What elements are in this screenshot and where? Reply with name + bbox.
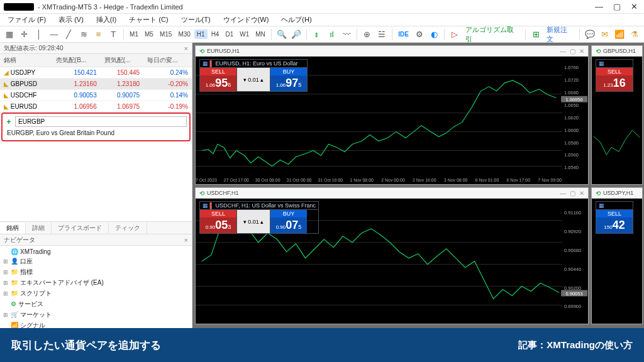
play-icon[interactable]: ▷ [448,28,462,41]
svg-text:0.91160: 0.91160 [564,210,581,216]
tf-h1[interactable]: H1 [194,30,208,39]
nav-accounts[interactable]: ⊞👤口座 [3,256,189,266]
objects-icon[interactable]: ☱ [375,28,389,41]
nav-signals[interactable]: 📶シグナル [3,320,189,328]
buy-button[interactable]: BUY 1.06975 [270,68,307,91]
mql5-icon[interactable]: ◐ [428,28,441,41]
mw-row-usdchf[interactable]: ◣ USDCHF0.900530.900750.14% [0,90,192,101]
nav-indicators[interactable]: ⊞📁指標 [3,266,189,277]
mail-icon[interactable]: ✉ [598,28,612,41]
tool-vline-icon[interactable]: │ [32,28,46,41]
signal-icon[interactable]: 📶 [613,28,627,41]
nav-scripts[interactable]: ⊞📁スクリプト [3,288,189,299]
tf-m5[interactable]: M5 [142,30,156,39]
mw-row-usdjpy[interactable]: ◢ USDJPY150.421150.4450.24% [0,67,192,79]
mw-col-ask[interactable]: 買気配(... [101,54,143,67]
mw-tab-tick[interactable]: ティック [109,222,147,234]
svg-text:1.0540: 1.0540 [564,165,579,170]
menu-file[interactable]: ファイル (F) [3,14,51,26]
settings-icon[interactable]: ⚗ [628,28,641,41]
sell-button[interactable]: SELL0.90053 [200,210,236,233]
menu-chart[interactable]: チャート (C) [124,14,173,26]
minimize-icon[interactable]: — [595,2,603,11]
volume-input[interactable]: ▾0.01▴ [236,68,270,91]
market-watch-title: 気配値表示: 09:28:40 [4,44,63,53]
chart-close-icon[interactable]: ✕ [579,48,584,55]
buy-button[interactable]: BUY0.90075 [270,210,307,233]
tool-fibo-icon[interactable]: ≡ [92,28,106,41]
mw-row-gbpusd[interactable]: ◣ GBPUSD1.231601.23180-0.20% [0,79,192,90]
svg-text:2 Nov 00:00: 2 Nov 00:00 [381,178,405,182]
mw-col-bid[interactable]: 売気配(B... [52,54,101,67]
svg-text:1.0650: 1.0650 [564,102,579,108]
tool-grid-icon[interactable]: ▦ [3,28,16,41]
mw-tab-detail[interactable]: 詳細 [26,222,52,234]
new-order-icon[interactable]: ⊞ [529,28,543,41]
candle-chart-icon[interactable]: ⫾ [310,28,324,41]
zoom-out-icon[interactable]: 🔎 [289,28,303,41]
zoom-in-icon[interactable]: 🔍 [275,28,289,41]
chart-canvas-eurusd[interactable]: 1.07601.07201.06801.06501.06201.06001.05… [196,57,588,184]
tool-hline-icon[interactable]: — [47,28,61,41]
ide-button[interactable]: IDE [396,30,411,39]
bar-chart-icon[interactable]: ıl [325,28,339,41]
tf-d1[interactable]: D1 [223,30,236,39]
chart-window-usdchf[interactable]: ⟲USDCHF,H1 —▢✕ 0.911600.909200.906800.90… [195,187,589,324]
add-symbol-input[interactable] [15,116,187,127]
add-symbol-plus-icon[interactable]: + [5,118,13,126]
tf-m15[interactable]: M15 [157,30,174,39]
new-order-button[interactable]: 新規注文 [544,26,576,43]
chart-window-gbpusd[interactable]: ⟲GBPUSD,H1 ▦ SELL 1.2316 [591,45,643,185]
menu-insert[interactable]: 挿入(I) [91,14,121,26]
svg-text:1.0600: 1.0600 [564,128,579,133]
sell-button[interactable]: SELL 1.2316 [596,68,633,91]
svg-text:1 Nov 08:00: 1 Nov 08:00 [350,178,374,182]
mw-col-symbol[interactable]: 銘柄 [0,54,52,67]
menu-help[interactable]: ヘルプ(H) [276,14,316,26]
chat-icon[interactable]: 💬 [583,28,597,41]
chart-window-usdjpy[interactable]: ⟲USDJPY,H1 ▦ SELL15042 [591,187,643,324]
nav-root[interactable]: 🌐XMTrading [3,247,189,256]
tool-text-icon[interactable]: T [106,28,120,41]
maximize-icon[interactable]: ▢ [613,2,621,11]
chart-description: ▦ ▌ EURUSD, H1: Euro vs US Dollar [199,59,308,67]
mw-col-change[interactable]: 毎日の変... [143,54,192,67]
mw-tab-priceboard[interactable]: プライスボード [52,222,109,234]
mw-tab-symbol[interactable]: 銘柄 [0,222,26,234]
navigator-close-icon[interactable]: × [184,236,188,244]
chart-min-icon[interactable]: — [560,48,566,55]
menu-tools[interactable]: ツール(T) [176,14,216,26]
indicators-icon[interactable]: ⊕ [360,28,374,41]
close-icon[interactable]: ✕ [631,2,638,11]
strategy-tester-icon[interactable]: ⚙ [413,28,426,41]
tf-h4[interactable]: H4 [209,30,222,39]
tool-trendline-icon[interactable]: ╱ [62,28,76,41]
market-watch-close-icon[interactable]: × [184,45,188,52]
volume-input[interactable]: ▾0.01▴ [236,210,270,233]
nav-market[interactable]: ⊞🛒マーケット [3,309,189,320]
symbol-suggestion[interactable]: EURGBP, Euro vs Great Britain Pound [5,127,187,138]
buy-button[interactable]: SELL15042 [596,210,633,233]
tool-crosshair-icon[interactable]: ✛ [18,28,31,41]
nav-services[interactable]: ⚙サービス [3,299,189,309]
tf-w1[interactable]: W1 [237,30,252,39]
algo-trading-button[interactable]: アルゴリズム取引 [463,26,523,43]
sell-button[interactable]: SELL 1.06956 [200,68,236,91]
menu-window[interactable]: ウインドウ(W) [218,14,274,26]
svg-text:2 Nov 16:00: 2 Nov 16:00 [413,178,436,182]
chart-title: USDCHF,H1 [207,190,239,196]
add-symbol-highlight: + EURGBP, Euro vs Great Britain Pound [1,112,191,141]
mw-row-eurusd[interactable]: ◣ EURUSD1.069561.06975-0.19% [0,101,192,112]
tf-mn[interactable]: MN [253,30,268,39]
menu-view[interactable]: 表示 (V) [53,14,89,26]
tool-equidistant-icon[interactable]: ≋ [77,28,91,41]
chart-max-icon[interactable]: ▢ [570,48,575,55]
tf-m30[interactable]: M30 [175,30,192,39]
tf-m1[interactable]: M1 [127,30,141,39]
nav-ea[interactable]: ⊞📁エキスパートアドバイザ (EA) [3,277,189,288]
chart-window-eurusd[interactable]: ⟲ EURUSD,H1 — ▢ ✕ 1.07601.07201.06801.06… [195,45,589,185]
chart-title: GBPUSD,H1 [603,48,636,54]
line-chart-icon[interactable]: 〰 [340,28,353,41]
market-watch-tabs: 銘柄 詳細 プライスボード ティック [0,221,192,234]
chart-link-icon[interactable]: ⟲ [199,48,204,55]
